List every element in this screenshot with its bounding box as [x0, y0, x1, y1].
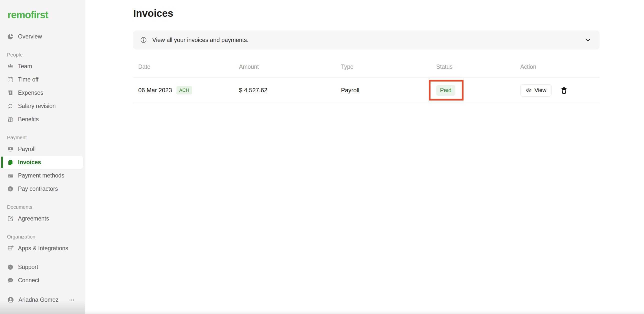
sidebar-item-pay-contractors[interactable]: $ Pay contractors — [0, 182, 85, 196]
banner-collapse-button[interactable] — [584, 36, 592, 44]
trash-icon — [560, 86, 568, 94]
sidebar-item-agreements[interactable]: Agreements — [0, 212, 85, 225]
user-menu-button[interactable] — [67, 296, 76, 304]
calendar-icon — [7, 76, 14, 83]
receipt-icon: $ — [7, 90, 14, 96]
status-cell: Paid — [436, 85, 520, 96]
type-cell: Payroll — [341, 87, 436, 94]
sidebar-item-time-off[interactable]: Time off — [0, 73, 85, 86]
sidebar-item-payment-methods[interactable]: Payment methods — [0, 169, 85, 182]
apps-grid-icon — [7, 245, 14, 252]
sidebar-item-label: Payroll — [18, 146, 36, 152]
invoice-amount: $ 4 527.62 — [239, 87, 267, 94]
svg-text:$: $ — [10, 187, 12, 191]
sidebar-item-salary-revision[interactable]: Salary revision — [0, 100, 85, 113]
sidebar-item-connect[interactable]: Connect — [0, 274, 85, 287]
sidebar-secondary-nav: ? Support Connect — [0, 260, 85, 287]
sidebar: remofirst Overview People Team — [0, 0, 85, 314]
info-banner: View all your invoices and payments. — [133, 30, 600, 50]
gift-icon — [7, 116, 14, 123]
svg-text:?: ? — [9, 265, 12, 269]
view-button-label: View — [534, 87, 546, 94]
sidebar-item-support[interactable]: ? Support — [0, 260, 85, 274]
invoice-icon — [7, 159, 14, 166]
sidebar-section-payment: Payment — [0, 132, 85, 142]
sidebar-item-label: Connect — [18, 277, 40, 284]
sidebar-item-apps-integrations[interactable]: Apps & Integrations — [0, 242, 85, 255]
delete-button[interactable] — [559, 85, 569, 95]
column-header-action: Action — [520, 64, 600, 70]
status-badge: Paid — [436, 85, 455, 96]
app-window: remofirst Overview People Team — [0, 0, 644, 314]
bottom-shade — [85, 310, 644, 314]
status-highlight-wrapper: Paid — [436, 85, 455, 96]
sidebar-item-label: Team — [18, 63, 32, 70]
sidebar-item-invoices[interactable]: Invoices — [2, 156, 83, 169]
amount-cell: $ 4 527.62 — [239, 87, 341, 94]
payment-method-badge: ACH — [176, 86, 192, 94]
sidebar-item-payroll[interactable]: Payroll — [0, 142, 85, 156]
sidebar-item-benefits[interactable]: Benefits — [0, 113, 85, 126]
table-row: 06 Mar 2023 ACH $ 4 527.62 Payroll Paid — [133, 78, 600, 103]
credit-card-icon — [7, 172, 14, 179]
user-circle-icon — [7, 296, 14, 304]
table-header-row: Date Amount Type Status Action — [133, 60, 600, 78]
dollar-circle-icon: $ — [7, 186, 14, 192]
user-profile[interactable]: Ariadna Gomez — [0, 293, 85, 306]
sidebar-item-label: Invoices — [18, 159, 41, 166]
main-content: Invoices View all your invoices and paym… — [85, 0, 644, 314]
invoice-type: Payroll — [341, 87, 359, 94]
invoice-date: 06 Mar 2023 — [138, 87, 172, 94]
sidebar-item-label: Time off — [18, 76, 38, 83]
chevron-down-icon — [584, 37, 591, 44]
action-cell: View — [520, 84, 600, 96]
view-button[interactable]: View — [520, 84, 552, 96]
sidebar-item-label: Expenses — [18, 90, 43, 96]
ellipsis-icon — [68, 297, 75, 303]
banner-text: View all your invoices and payments. — [152, 37, 248, 44]
team-icon — [7, 63, 14, 70]
sidebar-section-organization: Organization — [0, 232, 85, 242]
column-header-date: Date — [138, 64, 239, 70]
eye-icon — [526, 87, 532, 94]
help-circle-icon: ? — [7, 264, 14, 270]
sidebar-item-label: Benefits — [18, 116, 39, 123]
column-header-type: Type — [341, 64, 436, 70]
refresh-icon — [7, 103, 14, 110]
sidebar-item-label: Payment methods — [18, 172, 64, 179]
sidebar-item-label: Agreements — [18, 215, 49, 222]
date-cell: 06 Mar 2023 ACH — [138, 86, 239, 94]
sidebar-item-label: Salary revision — [18, 103, 56, 110]
sidebar-section-documents: Documents — [0, 202, 85, 212]
sidebar-nav: Overview People Team — [0, 30, 85, 255]
svg-text:$: $ — [10, 91, 11, 94]
sidebar-section-people: People — [0, 50, 85, 60]
app-logo: remofirst — [8, 8, 85, 21]
invoices-table: Date Amount Type Status Action 06 Mar 20… — [133, 60, 600, 103]
sidebar-item-team[interactable]: Team — [0, 60, 85, 73]
sidebar-item-label: Apps & Integrations — [18, 245, 68, 252]
pie-chart-icon — [7, 33, 14, 40]
sidebar-item-overview[interactable]: Overview — [0, 30, 85, 43]
edit-icon — [7, 215, 14, 222]
banknote-icon — [7, 146, 14, 152]
sidebar-item-label: Support — [18, 264, 38, 270]
column-header-status: Status — [436, 64, 520, 70]
column-header-amount: Amount — [239, 64, 341, 70]
sidebar-item-label: Overview — [18, 33, 42, 40]
chat-bubble-icon — [7, 277, 14, 284]
info-icon — [140, 36, 147, 44]
sidebar-item-label: Pay contractors — [18, 186, 58, 192]
sidebar-item-expenses[interactable]: $ Expenses — [0, 86, 85, 100]
page-title: Invoices — [133, 8, 644, 19]
user-name: Ariadna Gomez — [18, 296, 58, 303]
